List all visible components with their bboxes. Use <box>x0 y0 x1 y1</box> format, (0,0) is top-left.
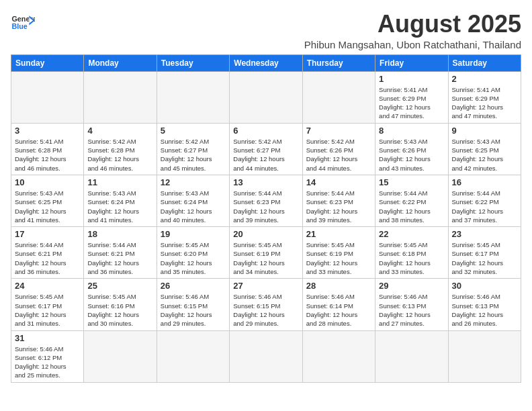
header-monday: Monday <box>84 54 157 71</box>
day-number: 21 <box>306 229 371 239</box>
table-row: 12Sunrise: 5:43 AM Sunset: 6:24 PM Dayli… <box>157 175 229 226</box>
table-row: 19Sunrise: 5:45 AM Sunset: 6:20 PM Dayli… <box>157 227 229 279</box>
day-number: 5 <box>161 126 226 136</box>
day-info: Sunrise: 5:45 AM Sunset: 6:16 PM Dayligh… <box>87 292 152 328</box>
day-info: Sunrise: 5:42 AM Sunset: 6:27 PM Dayligh… <box>161 137 226 173</box>
table-row: 15Sunrise: 5:44 AM Sunset: 6:22 PM Dayli… <box>375 175 448 226</box>
table-row: 3Sunrise: 5:41 AM Sunset: 6:28 PM Daylig… <box>11 123 84 175</box>
day-number: 17 <box>15 229 80 239</box>
day-number: 10 <box>15 177 80 187</box>
day-info: Sunrise: 5:46 AM Sunset: 6:15 PM Dayligh… <box>161 292 226 328</box>
day-info: Sunrise: 5:44 AM Sunset: 6:21 PM Dayligh… <box>15 240 80 276</box>
day-number: 2 <box>452 74 517 84</box>
weekday-header-row: Sunday Monday Tuesday Wednesday Thursday… <box>11 54 521 71</box>
table-row: 17Sunrise: 5:44 AM Sunset: 6:21 PM Dayli… <box>11 227 84 279</box>
day-info: Sunrise: 5:44 AM Sunset: 6:22 PM Dayligh… <box>452 189 517 224</box>
day-info: Sunrise: 5:44 AM Sunset: 6:23 PM Dayligh… <box>233 189 298 224</box>
day-info: Sunrise: 5:41 AM Sunset: 6:28 PM Dayligh… <box>15 137 80 173</box>
table-row: 4Sunrise: 5:42 AM Sunset: 6:28 PM Daylig… <box>84 123 157 175</box>
day-info: Sunrise: 5:45 AM Sunset: 6:19 PM Dayligh… <box>233 240 298 276</box>
day-number: 24 <box>15 281 80 291</box>
day-number: 22 <box>379 229 444 239</box>
day-info: Sunrise: 5:46 AM Sunset: 6:13 PM Dayligh… <box>452 292 517 328</box>
day-number: 4 <box>87 126 152 136</box>
table-row: 6Sunrise: 5:42 AM Sunset: 6:27 PM Daylig… <box>230 123 302 175</box>
day-number: 8 <box>379 126 444 136</box>
day-info: Sunrise: 5:43 AM Sunset: 6:26 PM Dayligh… <box>379 137 444 173</box>
day-number: 6 <box>233 126 298 136</box>
day-number: 18 <box>87 229 152 239</box>
table-row: 2Sunrise: 5:41 AM Sunset: 6:29 PM Daylig… <box>448 71 521 123</box>
header: General Blue August 2025 Phibun Mangsaha… <box>11 11 521 50</box>
day-info: Sunrise: 5:42 AM Sunset: 6:26 PM Dayligh… <box>306 137 371 173</box>
day-number: 3 <box>15 126 80 136</box>
day-info: Sunrise: 5:44 AM Sunset: 6:21 PM Dayligh… <box>87 240 152 276</box>
header-sunday: Sunday <box>11 54 84 71</box>
table-row <box>11 71 84 123</box>
table-row: 14Sunrise: 5:44 AM Sunset: 6:23 PM Dayli… <box>302 175 375 226</box>
day-info: Sunrise: 5:45 AM Sunset: 6:17 PM Dayligh… <box>15 292 80 328</box>
day-info: Sunrise: 5:46 AM Sunset: 6:13 PM Dayligh… <box>379 292 444 328</box>
day-number: 13 <box>233 177 298 187</box>
day-number: 15 <box>379 177 444 187</box>
header-wednesday: Wednesday <box>230 54 302 71</box>
day-number: 23 <box>452 229 517 239</box>
table-row <box>230 71 302 123</box>
calendar: Sunday Monday Tuesday Wednesday Thursday… <box>11 54 521 383</box>
table-row <box>84 330 157 382</box>
day-number: 30 <box>452 281 517 291</box>
table-row <box>230 330 302 382</box>
day-number: 31 <box>15 333 80 343</box>
day-info: Sunrise: 5:43 AM Sunset: 6:24 PM Dayligh… <box>161 189 226 224</box>
logo-icon: General Blue <box>11 11 35 35</box>
location: Phibun Mangsahan, Ubon Ratchathani, Thai… <box>304 39 521 50</box>
day-info: Sunrise: 5:43 AM Sunset: 6:25 PM Dayligh… <box>452 137 517 173</box>
table-row: 22Sunrise: 5:45 AM Sunset: 6:18 PM Dayli… <box>375 227 448 279</box>
table-row <box>375 330 448 382</box>
day-number: 25 <box>87 281 152 291</box>
day-info: Sunrise: 5:45 AM Sunset: 6:19 PM Dayligh… <box>306 240 371 276</box>
day-info: Sunrise: 5:45 AM Sunset: 6:18 PM Dayligh… <box>379 240 444 276</box>
day-info: Sunrise: 5:42 AM Sunset: 6:28 PM Dayligh… <box>87 137 152 173</box>
day-number: 12 <box>161 177 226 187</box>
day-info: Sunrise: 5:46 AM Sunset: 6:14 PM Dayligh… <box>306 292 371 328</box>
table-row: 26Sunrise: 5:46 AM Sunset: 6:15 PM Dayli… <box>157 279 229 330</box>
header-friday: Friday <box>375 54 448 71</box>
day-info: Sunrise: 5:41 AM Sunset: 6:29 PM Dayligh… <box>452 85 517 121</box>
day-info: Sunrise: 5:45 AM Sunset: 6:20 PM Dayligh… <box>161 240 226 276</box>
title-block: August 2025 Phibun Mangsahan, Ubon Ratch… <box>304 11 521 50</box>
table-row: 7Sunrise: 5:42 AM Sunset: 6:26 PM Daylig… <box>302 123 375 175</box>
table-row: 31Sunrise: 5:46 AM Sunset: 6:12 PM Dayli… <box>11 330 84 382</box>
table-row <box>157 71 229 123</box>
day-number: 28 <box>306 281 371 291</box>
table-row <box>84 71 157 123</box>
day-number: 14 <box>306 177 371 187</box>
month-year: August 2025 <box>304 11 521 38</box>
table-row: 11Sunrise: 5:43 AM Sunset: 6:24 PM Dayli… <box>84 175 157 226</box>
day-number: 7 <box>306 126 371 136</box>
table-row: 25Sunrise: 5:45 AM Sunset: 6:16 PM Dayli… <box>84 279 157 330</box>
table-row: 16Sunrise: 5:44 AM Sunset: 6:22 PM Dayli… <box>448 175 521 226</box>
table-row: 21Sunrise: 5:45 AM Sunset: 6:19 PM Dayli… <box>302 227 375 279</box>
table-row: 13Sunrise: 5:44 AM Sunset: 6:23 PM Dayli… <box>230 175 302 226</box>
table-row <box>448 330 521 382</box>
day-info: Sunrise: 5:44 AM Sunset: 6:23 PM Dayligh… <box>306 189 371 224</box>
header-thursday: Thursday <box>302 54 375 71</box>
table-row <box>302 330 375 382</box>
day-number: 16 <box>452 177 517 187</box>
page: General Blue August 2025 Phibun Mangsaha… <box>0 0 532 388</box>
day-info: Sunrise: 5:42 AM Sunset: 6:27 PM Dayligh… <box>233 137 298 173</box>
day-number: 27 <box>233 281 298 291</box>
day-info: Sunrise: 5:41 AM Sunset: 6:29 PM Dayligh… <box>379 85 444 121</box>
header-saturday: Saturday <box>448 54 521 71</box>
table-row: 30Sunrise: 5:46 AM Sunset: 6:13 PM Dayli… <box>448 279 521 330</box>
table-row: 5Sunrise: 5:42 AM Sunset: 6:27 PM Daylig… <box>157 123 229 175</box>
table-row: 1Sunrise: 5:41 AM Sunset: 6:29 PM Daylig… <box>375 71 448 123</box>
table-row: 8Sunrise: 5:43 AM Sunset: 6:26 PM Daylig… <box>375 123 448 175</box>
table-row: 27Sunrise: 5:46 AM Sunset: 6:15 PM Dayli… <box>230 279 302 330</box>
day-number: 9 <box>452 126 517 136</box>
day-info: Sunrise: 5:44 AM Sunset: 6:22 PM Dayligh… <box>379 189 444 224</box>
table-row <box>302 71 375 123</box>
table-row: 29Sunrise: 5:46 AM Sunset: 6:13 PM Dayli… <box>375 279 448 330</box>
svg-text:Blue: Blue <box>11 22 27 30</box>
